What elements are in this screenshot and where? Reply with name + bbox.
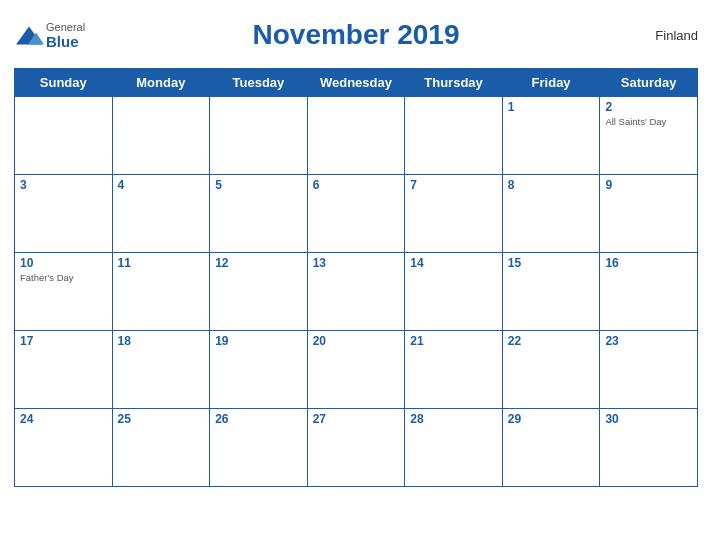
- calendar-day-cell: 16: [600, 253, 698, 331]
- calendar-day-cell: 10Father's Day: [15, 253, 113, 331]
- header-thursday: Thursday: [405, 69, 503, 97]
- calendar-day-cell: 23: [600, 331, 698, 409]
- calendar-day-cell: 24: [15, 409, 113, 487]
- calendar-day-cell: 19: [210, 331, 308, 409]
- calendar-day-cell: 22: [502, 331, 600, 409]
- header-monday: Monday: [112, 69, 210, 97]
- calendar-week-row: 12All Saints' Day: [15, 97, 698, 175]
- calendar-day-cell: [112, 97, 210, 175]
- day-number: 9: [605, 178, 692, 192]
- day-number: 3: [20, 178, 107, 192]
- calendar-day-cell: 18: [112, 331, 210, 409]
- calendar-week-row: 3456789: [15, 175, 698, 253]
- calendar-day-cell: 26: [210, 409, 308, 487]
- day-number: 2: [605, 100, 692, 114]
- weekday-header-row: Sunday Monday Tuesday Wednesday Thursday…: [15, 69, 698, 97]
- logo-general-text: General: [46, 21, 85, 33]
- day-number: 18: [118, 334, 205, 348]
- calendar-day-cell: [405, 97, 503, 175]
- calendar-grid: Sunday Monday Tuesday Wednesday Thursday…: [14, 68, 698, 487]
- calendar-title: November 2019: [252, 19, 459, 51]
- calendar-day-cell: [210, 97, 308, 175]
- day-number: 26: [215, 412, 302, 426]
- day-number: 20: [313, 334, 400, 348]
- calendar-day-cell: [15, 97, 113, 175]
- header-sunday: Sunday: [15, 69, 113, 97]
- header-wednesday: Wednesday: [307, 69, 405, 97]
- day-number: 14: [410, 256, 497, 270]
- calendar-week-row: 17181920212223: [15, 331, 698, 409]
- calendar-day-cell: 14: [405, 253, 503, 331]
- day-number: 19: [215, 334, 302, 348]
- calendar-day-cell: 3: [15, 175, 113, 253]
- day-number: 10: [20, 256, 107, 270]
- calendar-day-cell: 1: [502, 97, 600, 175]
- calendar-day-cell: 17: [15, 331, 113, 409]
- calendar-day-cell: 15: [502, 253, 600, 331]
- calendar-day-cell: 5: [210, 175, 308, 253]
- day-number: 30: [605, 412, 692, 426]
- day-number: 23: [605, 334, 692, 348]
- calendar-day-cell: 20: [307, 331, 405, 409]
- day-number: 15: [508, 256, 595, 270]
- logo-blue-text: Blue: [46, 33, 79, 50]
- calendar-day-cell: 11: [112, 253, 210, 331]
- header-saturday: Saturday: [600, 69, 698, 97]
- day-number: 25: [118, 412, 205, 426]
- day-number: 11: [118, 256, 205, 270]
- day-number: 24: [20, 412, 107, 426]
- day-number: 4: [118, 178, 205, 192]
- day-number: 17: [20, 334, 107, 348]
- day-number: 21: [410, 334, 497, 348]
- holiday-label: All Saints' Day: [605, 116, 692, 127]
- calendar-day-cell: 27: [307, 409, 405, 487]
- country-label: Finland: [655, 28, 698, 43]
- calendar-week-row: 10Father's Day111213141516: [15, 253, 698, 331]
- calendar-day-cell: 13: [307, 253, 405, 331]
- calendar-day-cell: 9: [600, 175, 698, 253]
- day-number: 27: [313, 412, 400, 426]
- calendar-container: General Blue November 2019 Finland Sunda…: [0, 0, 712, 550]
- day-number: 5: [215, 178, 302, 192]
- logo: General Blue: [14, 21, 85, 50]
- calendar-day-cell: 12: [210, 253, 308, 331]
- day-number: 16: [605, 256, 692, 270]
- holiday-label: Father's Day: [20, 272, 107, 283]
- calendar-day-cell: 8: [502, 175, 600, 253]
- header-friday: Friday: [502, 69, 600, 97]
- header-tuesday: Tuesday: [210, 69, 308, 97]
- calendar-day-cell: 28: [405, 409, 503, 487]
- calendar-day-cell: 25: [112, 409, 210, 487]
- calendar-day-cell: [307, 97, 405, 175]
- calendar-day-cell: 21: [405, 331, 503, 409]
- calendar-day-cell: 30: [600, 409, 698, 487]
- logo-mountain-icon: [14, 24, 44, 46]
- calendar-header: General Blue November 2019 Finland: [14, 10, 698, 60]
- day-number: 7: [410, 178, 497, 192]
- calendar-week-row: 24252627282930: [15, 409, 698, 487]
- day-number: 29: [508, 412, 595, 426]
- day-number: 28: [410, 412, 497, 426]
- logo-text: General Blue: [46, 21, 85, 50]
- calendar-day-cell: 2All Saints' Day: [600, 97, 698, 175]
- calendar-day-cell: 6: [307, 175, 405, 253]
- calendar-day-cell: 29: [502, 409, 600, 487]
- day-number: 13: [313, 256, 400, 270]
- calendar-day-cell: 7: [405, 175, 503, 253]
- day-number: 12: [215, 256, 302, 270]
- day-number: 1: [508, 100, 595, 114]
- calendar-day-cell: 4: [112, 175, 210, 253]
- day-number: 22: [508, 334, 595, 348]
- day-number: 6: [313, 178, 400, 192]
- day-number: 8: [508, 178, 595, 192]
